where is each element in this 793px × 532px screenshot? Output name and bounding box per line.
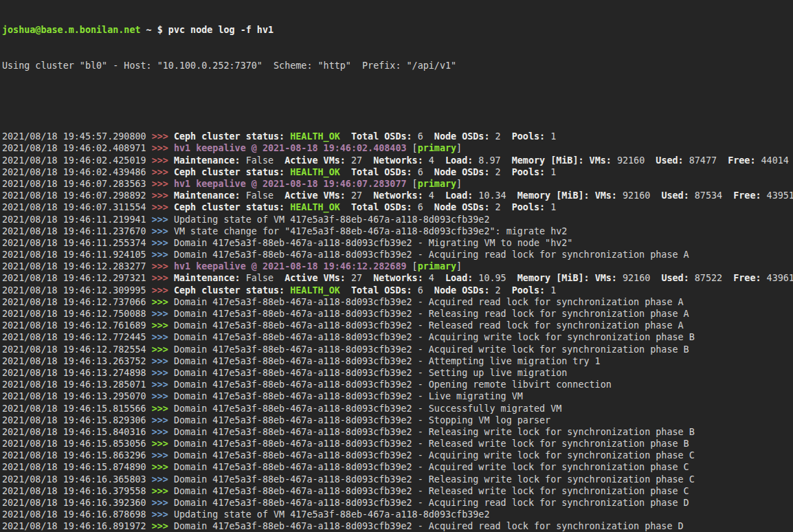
log-arrow: >>> (152, 202, 174, 212)
log-timestamp: 2021/08/18 19:46:11.237670 (2, 226, 152, 236)
log-arrow: >>> (152, 261, 174, 271)
log-line: 2021/08/18 19:46:11.219941 >>> Updating … (2, 214, 793, 225)
log-arrow: >>> (152, 309, 174, 319)
log-arrow: >>> (152, 379, 174, 390)
log-timestamp: 2021/08/18 19:46:02.425019 (2, 155, 152, 166)
log-line: 2021/08/18 19:45:57.290800 >>> Ceph clus… (2, 131, 793, 142)
log-lines: 2021/08/18 19:45:57.290800 >>> Ceph clus… (2, 131, 793, 532)
log-arrow: >>> (152, 143, 174, 153)
log-timestamp: 2021/08/18 19:46:02.408971 (2, 143, 152, 153)
log-timestamp: 2021/08/18 19:46:12.761689 (2, 320, 152, 331)
log-arrow: >>> (152, 320, 174, 331)
log-line: 2021/08/18 19:46:02.408971 >>> hv1 keepa… (2, 142, 793, 154)
log-arrow: >>> (152, 521, 174, 531)
log-arrow: >>> (152, 332, 174, 342)
log-line: 2021/08/18 19:46:13.263752 >>> Domain 41… (2, 355, 793, 367)
log-timestamp: 2021/08/18 19:46:11.219941 (2, 214, 152, 225)
log-line: 2021/08/18 19:46:12.750088 >>> Domain 41… (2, 308, 793, 320)
log-line: 2021/08/18 19:46:13.285071 >>> Domain 41… (2, 379, 793, 390)
log-arrow: >>> (152, 403, 174, 414)
log-line: 2021/08/18 19:46:07.311554 >>> Ceph clus… (2, 201, 793, 213)
log-arrow: >>> (152, 273, 174, 283)
prompt-symbol: ~ $ (141, 25, 168, 35)
log-timestamp: 2021/08/18 19:46:16.392360 (2, 498, 152, 508)
log-arrow: >>> (152, 238, 174, 248)
log-timestamp: 2021/08/18 19:46:15.853056 (2, 439, 152, 449)
log-line: 2021/08/18 19:46:02.425019 >>> Maintenan… (2, 155, 793, 166)
log-timestamp: 2021/08/18 19:46:02.439486 (2, 167, 152, 177)
log-arrow: >>> (152, 344, 174, 355)
log-line: 2021/08/18 19:46:16.365803 >>> Domain 41… (2, 474, 793, 485)
log-timestamp: 2021/08/18 19:46:13.263752 (2, 356, 152, 366)
log-line: 2021/08/18 19:46:15.874890 >>> Domain 41… (2, 461, 793, 473)
log-timestamp: 2021/08/18 19:46:16.891972 (2, 521, 152, 531)
log-arrow: >>> (152, 285, 174, 296)
log-line: 2021/08/18 19:46:16.392360 >>> Domain 41… (2, 497, 793, 509)
log-line: 2021/08/18 19:46:15.815566 >>> Domain 41… (2, 403, 793, 414)
log-line: 2021/08/18 19:46:15.840316 >>> Domain 41… (2, 426, 793, 438)
log-arrow: >>> (152, 415, 174, 425)
log-timestamp: 2021/08/18 19:46:12.782554 (2, 344, 152, 355)
log-timestamp: 2021/08/18 19:46:12.309995 (2, 285, 152, 296)
log-line: 2021/08/18 19:46:12.309995 >>> Ceph clus… (2, 285, 793, 296)
log-timestamp: 2021/08/18 19:46:12.283277 (2, 261, 152, 271)
log-timestamp: 2021/08/18 19:46:13.285071 (2, 379, 152, 390)
log-line: 2021/08/18 19:46:12.772445 >>> Domain 41… (2, 331, 793, 343)
log-timestamp: 2021/08/18 19:46:15.863296 (2, 450, 152, 461)
log-arrow: >>> (152, 297, 174, 307)
shell-prompt: joshua@base.m.bonilan.net ~ $ pvc node l… (2, 24, 793, 36)
log-arrow: >>> (152, 450, 174, 461)
log-arrow: >>> (152, 439, 174, 449)
log-line: 2021/08/18 19:46:07.283563 >>> hv1 keepa… (2, 178, 793, 190)
log-arrow: >>> (152, 131, 174, 142)
log-arrow: >>> (152, 214, 174, 225)
terminal-output[interactable]: joshua@base.m.bonilan.net ~ $ pvc node l… (0, 0, 793, 532)
log-line: 2021/08/18 19:46:12.782554 >>> Domain 41… (2, 344, 793, 355)
log-line: 2021/08/18 19:46:12.737066 >>> Domain 41… (2, 296, 793, 308)
log-timestamp: 2021/08/18 19:46:15.874890 (2, 462, 152, 472)
log-timestamp: 2021/08/18 19:46:13.274898 (2, 368, 152, 378)
prompt-user-host: joshua@base.m.bonilan.net (2, 25, 141, 35)
log-arrow: >>> (152, 356, 174, 366)
log-arrow: >>> (152, 509, 174, 520)
log-arrow: >>> (152, 190, 174, 201)
log-line: 2021/08/18 19:46:12.283277 >>> hv1 keepa… (2, 261, 793, 272)
log-arrow: >>> (152, 250, 174, 260)
log-timestamp: 2021/08/18 19:46:12.750088 (2, 309, 152, 319)
log-timestamp: 2021/08/18 19:46:16.878698 (2, 509, 152, 520)
log-timestamp: 2021/08/18 19:45:57.290800 (2, 131, 152, 142)
log-arrow: >>> (152, 368, 174, 378)
log-line: 2021/08/18 19:46:13.295070 >>> Domain 41… (2, 390, 793, 402)
log-arrow: >>> (152, 486, 174, 496)
log-timestamp: 2021/08/18 19:46:11.255374 (2, 238, 152, 248)
log-arrow: >>> (152, 226, 174, 236)
log-line: 2021/08/18 19:46:11.237670 >>> VM state … (2, 225, 793, 237)
log-timestamp: 2021/08/18 19:46:07.298892 (2, 190, 152, 201)
log-line: 2021/08/18 19:46:15.829306 >>> Domain 41… (2, 414, 793, 426)
log-arrow: >>> (152, 391, 174, 401)
log-line: 2021/08/18 19:46:02.439486 >>> Ceph clus… (2, 166, 793, 178)
log-line: 2021/08/18 19:46:16.379558 >>> Domain 41… (2, 485, 793, 497)
log-timestamp: 2021/08/18 19:46:16.379558 (2, 486, 152, 496)
log-timestamp: 2021/08/18 19:46:15.829306 (2, 415, 152, 425)
log-arrow: >>> (152, 167, 174, 177)
log-arrow: >>> (152, 474, 174, 485)
log-line: 2021/08/18 19:46:11.924105 >>> Domain 41… (2, 249, 793, 261)
log-line: 2021/08/18 19:46:07.298892 >>> Maintenan… (2, 190, 793, 201)
blank-line (2, 96, 793, 107)
log-line: 2021/08/18 19:46:15.853056 >>> Domain 41… (2, 438, 793, 450)
log-arrow: >>> (152, 498, 174, 508)
log-timestamp: 2021/08/18 19:46:11.924105 (2, 250, 152, 260)
log-arrow: >>> (152, 155, 174, 166)
log-arrow: >>> (152, 179, 174, 189)
log-timestamp: 2021/08/18 19:46:12.297321 (2, 273, 152, 283)
log-line: 2021/08/18 19:46:16.891972 >>> Domain 41… (2, 520, 793, 532)
log-line: 2021/08/18 19:46:11.255374 >>> Domain 41… (2, 237, 793, 249)
log-timestamp: 2021/08/18 19:46:12.737066 (2, 297, 152, 307)
log-line: 2021/08/18 19:46:16.878698 >>> Updating … (2, 509, 793, 520)
log-timestamp: 2021/08/18 19:46:07.283563 (2, 179, 152, 189)
log-line: 2021/08/18 19:46:13.274898 >>> Domain 41… (2, 367, 793, 379)
log-line: 2021/08/18 19:46:12.297321 >>> Maintenan… (2, 272, 793, 284)
log-arrow: >>> (152, 427, 174, 437)
log-line: 2021/08/18 19:46:15.863296 >>> Domain 41… (2, 450, 793, 461)
